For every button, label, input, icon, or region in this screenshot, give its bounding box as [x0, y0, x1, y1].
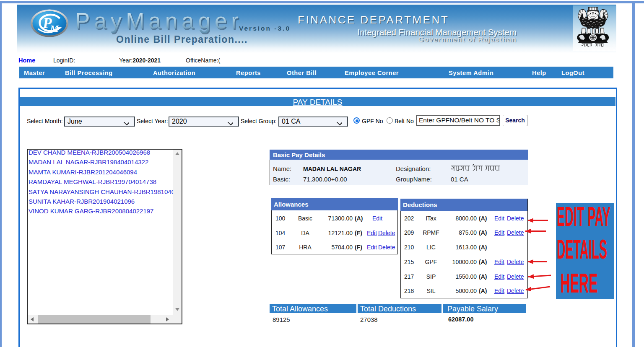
svg-text:M: M: [49, 23, 60, 34]
svg-text:FINANCE DEPARTMENT: FINANCE DEPARTMENT: [298, 13, 449, 26]
svg-text:Version -3.0: Version -3.0: [239, 25, 291, 32]
svg-text:Online Bill Preparation....: Online Bill Preparation....: [116, 34, 248, 45]
svg-text:Government of Rajasthan: Government of Rajasthan: [418, 36, 517, 44]
svg-text:HERE: HERE: [561, 268, 598, 298]
svg-text:DETAILS: DETAILS: [557, 234, 607, 264]
svg-text:PayManager: PayManager: [75, 8, 239, 33]
svg-text:EDIT PAY: EDIT PAY: [557, 203, 610, 232]
